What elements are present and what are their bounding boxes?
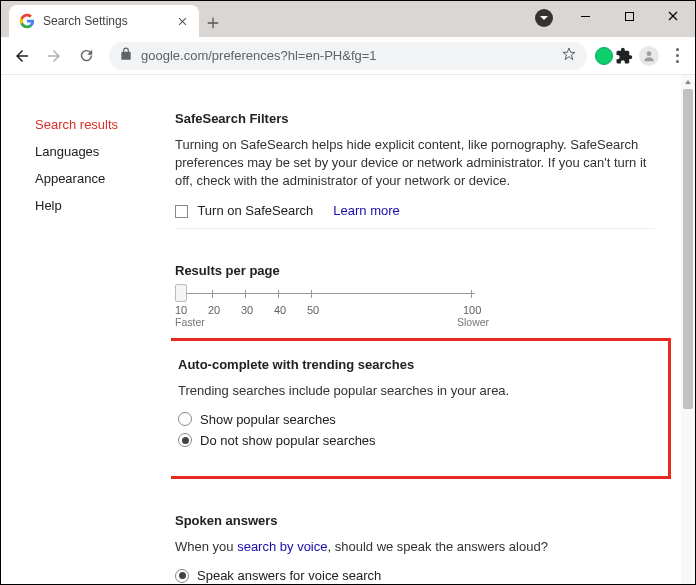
new-tab-button[interactable] [199, 9, 227, 37]
spoken-speak-option[interactable]: Speak answers for voice search [175, 568, 655, 583]
results-slider[interactable] [175, 288, 475, 298]
close-window-button[interactable] [651, 1, 695, 31]
autocomplete-show-option[interactable]: Show popular searches [178, 412, 650, 427]
extensions-icon[interactable] [615, 47, 633, 65]
settings-main: SafeSearch Filters Turning on SafeSearch… [171, 75, 695, 584]
scroll-up-arrow[interactable] [681, 75, 695, 89]
window-controls [563, 1, 695, 31]
safesearch-desc: Turning on SafeSearch helps hide explici… [175, 136, 655, 191]
reload-button[interactable] [71, 41, 101, 71]
svg-rect-0 [625, 12, 633, 20]
settings-sidebar: Search results Languages Appearance Help [1, 75, 171, 584]
tab-title: Search Settings [43, 14, 167, 28]
back-button[interactable] [7, 41, 37, 71]
autocomplete-section: Auto-complete with trending searches Tre… [171, 338, 671, 479]
sidebar-item-help[interactable]: Help [35, 192, 171, 219]
radio-speak-answers[interactable] [175, 569, 189, 583]
results-per-page-section: Results per page 10 20 30 40 [175, 263, 655, 304]
tab-search-icon[interactable] [535, 9, 553, 27]
sidebar-item-search-results[interactable]: Search results [35, 111, 171, 138]
spoken-answers-section: Spoken answers When you search by voice,… [175, 513, 655, 584]
browser-menu-button[interactable] [665, 48, 689, 63]
radio-show-popular[interactable] [178, 412, 192, 426]
autocomplete-hide-option[interactable]: Do not show popular searches [178, 433, 650, 448]
safesearch-section: SafeSearch Filters Turning on SafeSearch… [175, 111, 655, 229]
radio-hide-popular[interactable] [178, 433, 192, 447]
close-tab-icon[interactable] [175, 14, 189, 28]
sidebar-item-appearance[interactable]: Appearance [35, 165, 171, 192]
safesearch-checkbox-label[interactable]: Turn on SafeSearch [175, 203, 313, 218]
svg-point-1 [647, 51, 652, 56]
safesearch-checkbox[interactable] [175, 205, 188, 218]
slider-handle[interactable] [175, 284, 187, 302]
autocomplete-desc: Trending searches include popular search… [178, 382, 650, 400]
autocomplete-heading: Auto-complete with trending searches [178, 357, 650, 372]
scrollbar[interactable] [681, 75, 695, 584]
safesearch-heading: SafeSearch Filters [175, 111, 655, 126]
safesearch-learn-more-link[interactable]: Learn more [333, 203, 399, 218]
browser-toolbar: google.com/preferences?hl=en-PH&fg=1 [1, 37, 695, 75]
spoken-desc: When you search by voice, should we spea… [175, 538, 655, 556]
google-favicon [19, 13, 35, 29]
forward-button [39, 41, 69, 71]
minimize-button[interactable] [563, 1, 607, 31]
scroll-thumb[interactable] [683, 89, 693, 409]
page-content: Search results Languages Appearance Help… [1, 75, 695, 584]
spoken-heading: Spoken answers [175, 513, 655, 528]
sidebar-item-languages[interactable]: Languages [35, 138, 171, 165]
url-text: google.com/preferences?hl=en-PH&fg=1 [141, 48, 377, 63]
maximize-button[interactable] [607, 1, 651, 31]
results-per-page-heading: Results per page [175, 263, 655, 278]
star-icon[interactable] [561, 46, 577, 65]
browser-titlebar: Search Settings [1, 1, 695, 37]
search-by-voice-link[interactable]: search by voice [237, 539, 327, 554]
profile-avatar[interactable] [639, 46, 659, 66]
extension-green-icon[interactable] [595, 47, 613, 65]
lock-icon [119, 47, 133, 64]
browser-tab[interactable]: Search Settings [9, 5, 199, 37]
address-bar[interactable]: google.com/preferences?hl=en-PH&fg=1 [109, 42, 587, 70]
